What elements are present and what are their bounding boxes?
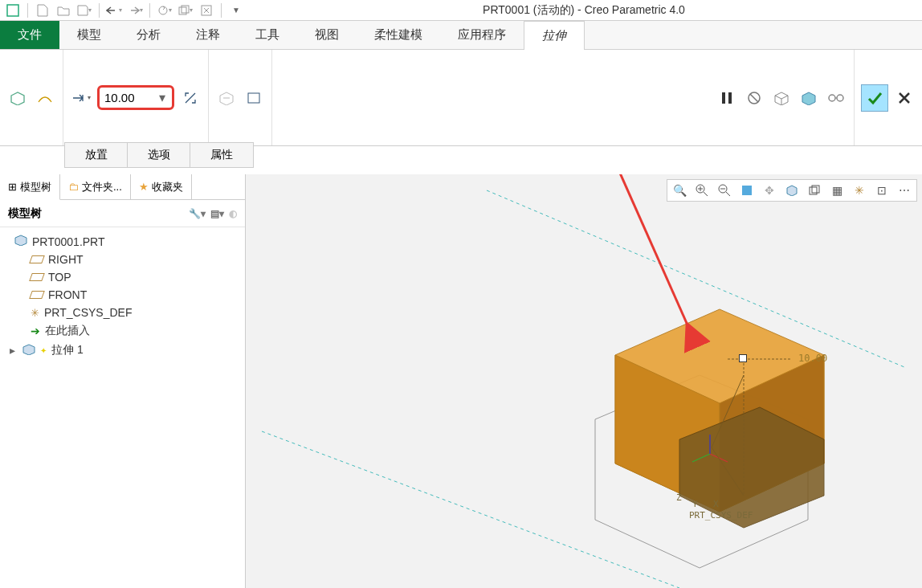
no-preview-icon[interactable] bbox=[743, 87, 765, 109]
surface-icon[interactable] bbox=[34, 87, 56, 109]
tool-show-icon[interactable]: ◐ bbox=[229, 208, 237, 219]
repaint-icon[interactable] bbox=[738, 182, 756, 199]
menu-view[interactable]: 视图 bbox=[297, 21, 357, 49]
folder-icon: 🗀 bbox=[68, 181, 79, 193]
ribbon: ▾ ▾ bbox=[0, 50, 922, 146]
svg-rect-7 bbox=[728, 92, 732, 104]
menu-extrude-active[interactable]: 拉伸 bbox=[524, 21, 585, 50]
axis-x-label: X bbox=[713, 499, 719, 509]
spin-center-icon[interactable]: ✥ bbox=[761, 182, 778, 199]
windows-icon[interactable]: ▾ bbox=[176, 2, 195, 19]
svg-point-9 bbox=[829, 95, 835, 101]
tree-datum-front[interactable]: FRONT bbox=[6, 286, 239, 304]
open-file-icon[interactable] bbox=[54, 2, 73, 19]
new-file-icon[interactable] bbox=[33, 2, 52, 19]
thicken-icon[interactable] bbox=[243, 87, 265, 109]
expand-icon[interactable]: ▸ bbox=[10, 344, 18, 357]
menu-analysis[interactable]: 分析 bbox=[119, 21, 178, 49]
axis-y-label: Y bbox=[692, 499, 698, 509]
sub-tab-placement[interactable]: 放置 bbox=[65, 143, 128, 167]
datum-plane-icon bbox=[29, 291, 45, 299]
panel-tab-folder[interactable]: 🗀 文件夹... bbox=[60, 174, 131, 199]
svg-rect-2 bbox=[179, 7, 186, 14]
tool-settings-icon[interactable]: 🔧▾ bbox=[189, 208, 206, 219]
panel-tab-favorites-label: 收藏夹 bbox=[152, 180, 183, 194]
menu-model[interactable]: 模型 bbox=[59, 21, 119, 49]
datum-plane-icon bbox=[29, 273, 45, 281]
tool-filter-icon[interactable]: ▤▾ bbox=[210, 208, 224, 219]
accept-button[interactable] bbox=[861, 84, 888, 112]
saved-views-icon[interactable] bbox=[806, 182, 823, 199]
axis-z-label: Z bbox=[676, 492, 682, 503]
ribbon-group-preview bbox=[709, 50, 855, 145]
tree-insert-here[interactable]: ➔ 在此插入 bbox=[6, 321, 239, 341]
zoom-out-icon[interactable] bbox=[716, 182, 733, 199]
csys-icon: ✳ bbox=[31, 307, 39, 319]
sub-tab-properties[interactable]: 属性 bbox=[190, 143, 253, 167]
svg-rect-6 bbox=[722, 92, 725, 104]
tree-insert-here-label: 在此插入 bbox=[45, 324, 90, 338]
tree-datum-front-label: FRONT bbox=[48, 288, 87, 301]
cancel-button[interactable] bbox=[893, 87, 916, 109]
tree-datum-right[interactable]: RIGHT bbox=[6, 251, 239, 268]
depth-value-field[interactable] bbox=[101, 91, 156, 104]
zoom-fit-icon[interactable]: 🔍 bbox=[671, 182, 688, 199]
datum-display-icon[interactable]: ✳ bbox=[851, 182, 868, 199]
pause-icon[interactable] bbox=[716, 87, 738, 109]
star-icon: ★ bbox=[139, 181, 149, 193]
panel-tab-favorites[interactable]: ★ 收藏夹 bbox=[131, 174, 192, 199]
title-bar: ▾ ▾ ▾ ▾ ▾ ▼ PRT0001 (活动的) - Creo Paramet… bbox=[0, 0, 922, 21]
tree-root-label: PRT0001.PRT bbox=[32, 235, 105, 248]
solid-icon[interactable] bbox=[6, 87, 29, 109]
zoom-in-icon[interactable] bbox=[693, 182, 711, 199]
panel-header: 模型树 🔧▾ ▤▾ ◐ bbox=[0, 200, 245, 227]
extrude-feature-icon bbox=[22, 344, 35, 357]
svg-point-10 bbox=[837, 95, 843, 101]
panel-tabs: ⊞ 模型树 🗀 文件夹... ★ 收藏夹 bbox=[0, 174, 245, 200]
panel-tab-model-tree[interactable]: ⊞ 模型树 bbox=[0, 174, 60, 200]
panel-tab-folder-label: 文件夹... bbox=[82, 180, 122, 194]
view-toolbar: 🔍 ✥ ▦ ✳ ⊡ ⋯ bbox=[667, 179, 917, 202]
flip-direction-icon[interactable] bbox=[179, 87, 202, 109]
tree-datum-top[interactable]: TOP bbox=[6, 268, 239, 286]
tree-icon: ⊞ bbox=[8, 181, 17, 193]
qat-customize-icon[interactable]: ▼ bbox=[226, 2, 246, 19]
depth-blind-icon[interactable]: ▾ bbox=[70, 87, 92, 109]
ribbon-group-confirm bbox=[855, 50, 922, 145]
regenerate-icon[interactable]: ▾ bbox=[155, 2, 174, 19]
view-manager-icon[interactable]: ▦ bbox=[828, 182, 846, 199]
wireframe-preview-icon[interactable] bbox=[770, 87, 793, 109]
menu-annotate[interactable]: 注释 bbox=[178, 21, 238, 49]
extrude-drag-handle[interactable] bbox=[739, 354, 747, 362]
tree-root[interactable]: PRT0001.PRT bbox=[6, 232, 239, 251]
new-feature-sparkle-icon: ✦ bbox=[40, 346, 47, 355]
undo-icon[interactable]: ▾ bbox=[104, 2, 124, 19]
redo-icon[interactable]: ▾ bbox=[125, 2, 145, 19]
tree-feature-extrude[interactable]: ▸ ✦ 拉伸 1 bbox=[6, 341, 239, 360]
annotation-display-icon[interactable]: ⊡ bbox=[873, 182, 891, 199]
panel-tools: 🔧▾ ▤▾ ◐ bbox=[189, 208, 237, 219]
shaded-preview-icon[interactable] bbox=[798, 87, 820, 109]
part-icon bbox=[14, 235, 27, 248]
model-tree: PRT0001.PRT RIGHT TOP FRONT ✳ PRT_CSYS_D… bbox=[0, 227, 245, 365]
csys-label-viewport: PRT_CSYS_DEF bbox=[689, 510, 753, 521]
depth-dropdown-icon[interactable]: ▾ bbox=[156, 90, 169, 105]
sub-tab-options[interactable]: 选项 bbox=[128, 143, 190, 167]
menu-file[interactable]: 文件 bbox=[0, 21, 59, 49]
tree-csys[interactable]: ✳ PRT_CSYS_DEF bbox=[6, 304, 239, 321]
quick-access-toolbar: ▾ ▾ ▾ ▾ ▾ ▼ bbox=[0, 2, 246, 19]
menu-tools[interactable]: 工具 bbox=[238, 21, 297, 49]
dimension-label[interactable]: 10.00 bbox=[798, 353, 827, 364]
viewport-3d[interactable]: 🔍 ✥ ▦ ✳ ⊡ ⋯ 10.00 PRT_CSYS_ bbox=[246, 174, 922, 588]
display-style-icon[interactable] bbox=[783, 182, 801, 199]
ribbon-group-remove bbox=[209, 50, 272, 145]
glasses-preview-icon[interactable] bbox=[825, 87, 847, 109]
remove-material-icon[interactable] bbox=[215, 87, 238, 109]
menu-applications[interactable]: 应用程序 bbox=[440, 21, 524, 49]
svg-rect-15 bbox=[812, 186, 819, 193]
close-window-icon[interactable] bbox=[197, 2, 216, 19]
more-view-icon[interactable]: ⋯ bbox=[895, 182, 913, 199]
save-icon[interactable]: ▾ bbox=[75, 2, 94, 19]
menu-flexible[interactable]: 柔性建模 bbox=[357, 21, 440, 49]
ribbon-group-depth: ▾ ▾ bbox=[63, 50, 209, 145]
